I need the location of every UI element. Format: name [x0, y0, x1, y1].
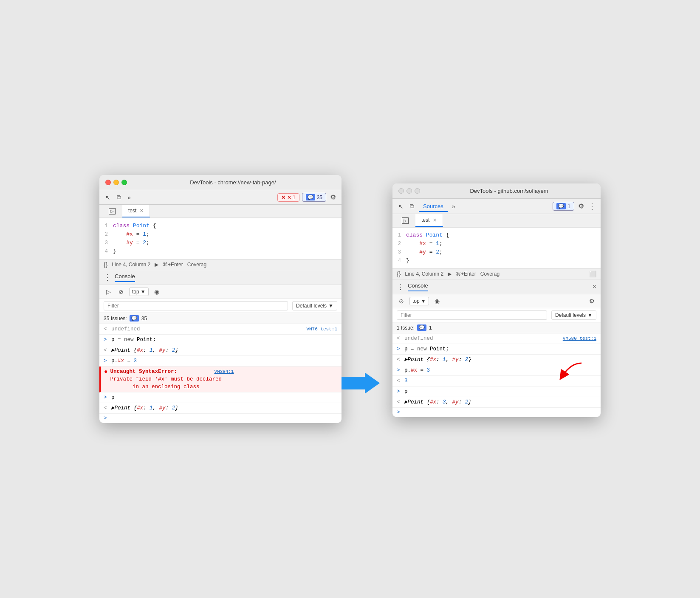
- block-btn-right[interactable]: ⊘: [397, 296, 406, 306]
- console-prompt-left[interactable]: >: [99, 414, 342, 423]
- error-circle-icon-left: ●: [104, 368, 107, 375]
- close-button-right[interactable]: [398, 188, 404, 194]
- traffic-lights-left: [105, 180, 127, 185]
- entry-p-right: > p: [392, 386, 601, 397]
- tab-inspector-right[interactable]: ▷: [397, 214, 414, 228]
- settings-icon-right[interactable]: ⚙: [577, 202, 585, 211]
- block-btn-left[interactable]: ⊘: [116, 287, 126, 296]
- entry-source-1-left[interactable]: VM76 test:1: [306, 325, 337, 333]
- console-title-right: Console: [408, 282, 428, 291]
- devtools-window-right: DevTools - github.com/sofiayem ↖ ⧉ Sourc…: [392, 183, 601, 417]
- console-entries-left: < undefined VM76 test:1 > p = new Point;…: [99, 324, 342, 423]
- dropdown-arrow-right: ▼: [421, 298, 426, 304]
- error-badge-left[interactable]: ✕ ✕ 1: [277, 193, 299, 202]
- title-bar-right: DevTools - github.com/sofiayem: [392, 183, 601, 199]
- run-icon-left[interactable]: ▶: [155, 262, 158, 268]
- code-line-1-left: 1 class Point {: [99, 222, 342, 230]
- tab-test-label-right: test: [421, 217, 429, 223]
- source-tab-test-right[interactable]: test ×: [415, 214, 443, 227]
- maximize-button-left[interactable]: [121, 180, 127, 185]
- error-source-left[interactable]: VM384:1: [214, 369, 234, 374]
- cursor-icon-right[interactable]: ↖: [397, 202, 405, 211]
- play-btn-left[interactable]: ▷: [104, 287, 113, 296]
- braces-icon-right[interactable]: {}: [397, 271, 401, 277]
- three-dots-icon-right[interactable]: ⋮: [588, 202, 596, 211]
- code-line-3-right: 3 #y = 2;: [392, 248, 601, 257]
- three-dots-right[interactable]: ⋮: [397, 282, 404, 291]
- dropdown-arrow-left: ▼: [141, 289, 146, 295]
- close-btn-right[interactable]: ×: [593, 283, 596, 291]
- eye-btn-right[interactable]: ◉: [432, 296, 442, 306]
- code-editor-right: 1 class Point { 2 #x = 1; 3 #y = 2; 4 }: [392, 228, 601, 268]
- console-gear-right[interactable]: ⚙: [587, 296, 596, 306]
- braces-icon-left[interactable]: {}: [104, 261, 107, 268]
- default-levels-arrow-left: ▼: [328, 303, 333, 309]
- sources-tab-right[interactable]: Sources: [419, 201, 448, 212]
- issues-icon-right: 💬: [417, 324, 426, 331]
- blue-arrow-container: [342, 370, 380, 396]
- scene: DevTools - chrome://new-tab-page/ ↖ ⧉ » …: [99, 175, 601, 423]
- top-dropdown-right[interactable]: top ▼: [409, 297, 429, 305]
- cursor-icon[interactable]: ↖: [104, 193, 112, 202]
- issues-badge-right[interactable]: 💬 1: [553, 202, 574, 211]
- panel-tabbar-right: ▷ test ×: [392, 214, 601, 228]
- source-tab-test-left[interactable]: test ×: [122, 205, 150, 217]
- status-bar-left: {} Line 4, Column 2 ▶ ⌘+Enter Coverag: [99, 259, 342, 270]
- entry-point2-left: < ▶Point {#x: 1, #y: 2}: [99, 403, 342, 414]
- console-title-left: Console: [115, 273, 135, 282]
- filter-input-left[interactable]: [104, 301, 288, 310]
- tab-close-right[interactable]: ×: [433, 217, 436, 223]
- issues-count-right: 1: [567, 203, 570, 209]
- top-dropdown-left[interactable]: top ▼: [129, 288, 149, 296]
- tab-close-left[interactable]: ×: [140, 207, 143, 214]
- run-icon-right[interactable]: ▶: [448, 271, 452, 277]
- tab-inspector-left[interactable]: ▷: [104, 205, 121, 218]
- code-line-2-left: 2 #x = 1;: [99, 230, 342, 239]
- entry-px3-right: > p.#x = 3: [392, 365, 601, 376]
- issues-badge-left[interactable]: 💬 35: [302, 193, 326, 202]
- devtools-toolbar-right: ↖ ⧉ Sources » 💬 1 ⚙ ⋮: [392, 199, 601, 214]
- svg-marker-0: [342, 372, 380, 394]
- position-right: Line 4, Column 2: [405, 271, 443, 277]
- window-title-left: DevTools - chrome://new-tab-page/: [130, 179, 336, 186]
- entry-source-1-right[interactable]: VM580 test:1: [563, 335, 596, 342]
- console-header-right: ⋮ Console ×: [392, 279, 601, 294]
- eye-btn-left[interactable]: ◉: [152, 287, 161, 296]
- issues-num-right: 1: [429, 325, 432, 331]
- code-line-4-right: 4 }: [392, 257, 601, 265]
- devtools-window-left: DevTools - chrome://new-tab-page/ ↖ ⧉ » …: [99, 175, 342, 423]
- copy-icon-right[interactable]: ⧉: [408, 202, 416, 211]
- copy-icon[interactable]: ⧉: [115, 193, 123, 202]
- maximize-button-right[interactable]: [415, 188, 420, 194]
- settings-icon-left[interactable]: ⚙: [329, 193, 337, 202]
- issues-num-left: 35: [141, 316, 147, 322]
- status-bar-right: {} Line 4, Column 2 ▶ ⌘+Enter Coverag ⬜: [392, 268, 601, 279]
- window-title-right: DevTools - github.com/sofiayem: [423, 188, 595, 194]
- entry-px3-left: > p.#x = 3: [99, 356, 342, 367]
- default-levels-left[interactable]: Default levels ▼: [292, 301, 337, 310]
- top-label-left: top: [132, 289, 139, 295]
- entry-new-point-left: > p = new Point;: [99, 335, 342, 345]
- entry-point-result-left: < ▶Point {#x: 1, #y: 2}: [99, 345, 342, 356]
- title-bar-left: DevTools - chrome://new-tab-page/: [99, 175, 342, 190]
- coverage-label-right: Coverag: [480, 271, 500, 277]
- more-panels-right[interactable]: »: [450, 202, 457, 211]
- default-levels-right[interactable]: Default levels ▼: [551, 310, 596, 320]
- filter-input-right[interactable]: [397, 310, 547, 320]
- more-panels-left[interactable]: »: [126, 193, 133, 202]
- console-header-left: ⋮ Console: [99, 270, 342, 285]
- red-arrow-icon: [554, 361, 584, 382]
- minimize-button-right[interactable]: [406, 188, 412, 194]
- close-button-left[interactable]: [105, 180, 111, 185]
- code-line-1-right: 1 class Point {: [392, 231, 601, 240]
- console-prompt-right[interactable]: >: [392, 408, 601, 417]
- console-toolbar-right: ⊘ top ▼ ◉ ⚙: [392, 294, 601, 308]
- devtools-toolbar-left: ↖ ⧉ » ✕ ✕ 1 💬 35 ⚙: [99, 190, 342, 205]
- tab-test-label-left: test: [128, 208, 136, 214]
- error-message-left: Private field '#x' must be declared in a…: [110, 375, 234, 391]
- resize-icon-right[interactable]: ⬜: [589, 271, 596, 277]
- filter-bar-right: Default levels ▼: [392, 308, 601, 322]
- entry-point2-right: < ▶Point {#x: 3, #y: 2}: [392, 397, 601, 408]
- minimize-button-left[interactable]: [113, 180, 119, 185]
- three-dots-left[interactable]: ⋮: [104, 273, 111, 282]
